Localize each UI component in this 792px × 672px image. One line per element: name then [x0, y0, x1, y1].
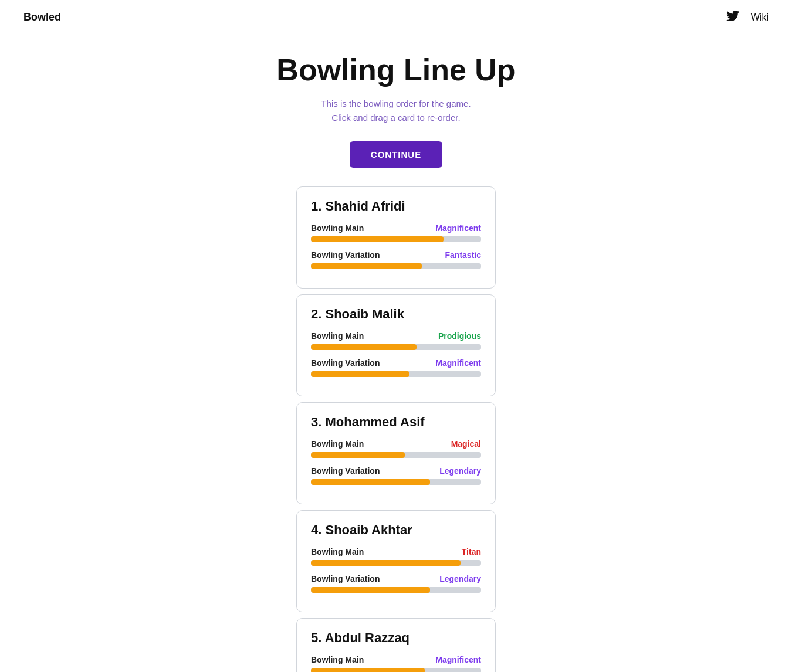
bowling-main-row: Bowling Main Titan	[311, 547, 481, 556]
bowling-main-label: Bowling Main	[311, 547, 364, 556]
bowling-var-label: Bowling Variation	[311, 358, 380, 368]
player-number: 3.	[311, 415, 321, 429]
player-card[interactable]: 3. Mohammed Asif Bowling Main Magical Bo…	[296, 402, 496, 504]
player-name-text: Shahid Afridi	[325, 199, 405, 213]
bowling-var-label: Bowling Variation	[311, 250, 380, 260]
player-name: 1. Shahid Afridi	[311, 199, 481, 214]
bowling-var-bar-track	[311, 479, 481, 485]
bowling-var-row: Bowling Variation Magnificent	[311, 358, 481, 368]
player-name: 5. Abdul Razzaq	[311, 630, 481, 646]
bowling-var-row: Bowling Variation Legendary	[311, 574, 481, 583]
bowling-main-bar-fill	[311, 344, 417, 350]
bowling-main-rating: Prodigious	[438, 331, 481, 341]
bowling-main-row: Bowling Main Magical	[311, 439, 481, 449]
twitter-icon[interactable]	[726, 11, 739, 24]
bowling-main-bar-fill	[311, 452, 405, 458]
subtitle-line1: This is the bowling order for the game.	[321, 99, 471, 108]
bowling-var-label: Bowling Variation	[311, 466, 380, 476]
site-logo: Bowled	[23, 11, 61, 23]
bowling-main-bar-track	[311, 236, 481, 242]
player-name: 2. Shoaib Malik	[311, 307, 481, 322]
bowling-var-rating: Legendary	[439, 466, 481, 476]
player-number: 4.	[311, 522, 321, 537]
bowling-main-row: Bowling Main Magnificent	[311, 223, 481, 233]
player-name-text: Abdul Razzaq	[325, 630, 409, 645]
player-number: 2.	[311, 307, 321, 321]
bowling-main-rating: Magical	[451, 439, 481, 449]
player-name-text: Shoaib Akhtar	[325, 522, 412, 537]
bowling-var-rating: Legendary	[439, 574, 481, 583]
wiki-link[interactable]: Wiki	[751, 12, 769, 23]
bowling-var-bar-fill	[311, 263, 422, 269]
player-number: 1.	[311, 199, 321, 213]
bowling-main-label: Bowling Main	[311, 331, 364, 341]
bowling-main-rating: Titan	[462, 547, 481, 556]
main-content: Bowling Line Up This is the bowling orde…	[0, 35, 792, 672]
bowling-var-bar-fill	[311, 479, 430, 485]
bowling-main-bar-fill	[311, 560, 461, 566]
page-subtitle: This is the bowling order for the game. …	[321, 97, 471, 125]
bowling-main-label: Bowling Main	[311, 223, 364, 233]
player-card[interactable]: 5. Abdul Razzaq Bowling Main Magnificent…	[296, 618, 496, 672]
bowling-var-rating: Magnificent	[435, 358, 481, 368]
player-card[interactable]: 4. Shoaib Akhtar Bowling Main Titan Bowl…	[296, 510, 496, 612]
page-title: Bowling Line Up	[276, 52, 515, 87]
bowling-var-bar-fill	[311, 371, 409, 377]
bowling-var-row: Bowling Variation Legendary	[311, 466, 481, 476]
player-name-text: Mohammed Asif	[325, 415, 424, 429]
bowling-main-label: Bowling Main	[311, 439, 364, 449]
player-number: 5.	[311, 630, 321, 645]
navbar: Bowled Wiki	[0, 0, 792, 35]
player-card[interactable]: 2. Shoaib Malik Bowling Main Prodigious …	[296, 294, 496, 396]
player-name-text: Shoaib Malik	[325, 307, 404, 321]
nav-right: Wiki	[726, 11, 769, 24]
bowling-main-row: Bowling Main Prodigious	[311, 331, 481, 341]
bowling-main-bar-fill	[311, 236, 444, 242]
bowling-var-bar-track	[311, 587, 481, 593]
player-card[interactable]: 1. Shahid Afridi Bowling Main Magnificen…	[296, 186, 496, 289]
player-name: 3. Mohammed Asif	[311, 415, 481, 430]
bowling-var-bar-track	[311, 263, 481, 269]
bowling-main-bar-track	[311, 668, 481, 672]
continue-button[interactable]: CONTINUE	[350, 141, 442, 168]
bowling-main-bar-track	[311, 344, 481, 350]
bowling-var-bar-track	[311, 371, 481, 377]
bowling-main-bar-track	[311, 452, 481, 458]
bowling-main-bar-track	[311, 560, 481, 566]
bowling-var-label: Bowling Variation	[311, 574, 380, 583]
bowling-main-rating: Magnificent	[435, 223, 481, 233]
subtitle-line2: Click and drag a card to re-order.	[331, 113, 460, 123]
bowling-var-rating: Fantastic	[445, 250, 481, 260]
bowling-var-row: Bowling Variation Fantastic	[311, 250, 481, 260]
bowling-main-bar-fill	[311, 668, 425, 672]
cards-container: 1. Shahid Afridi Bowling Main Magnificen…	[296, 186, 496, 672]
bowling-main-rating: Magnificent	[435, 655, 481, 664]
player-name: 4. Shoaib Akhtar	[311, 522, 481, 538]
bowling-main-label: Bowling Main	[311, 655, 364, 664]
bowling-main-row: Bowling Main Magnificent	[311, 655, 481, 664]
bowling-var-bar-fill	[311, 587, 430, 593]
